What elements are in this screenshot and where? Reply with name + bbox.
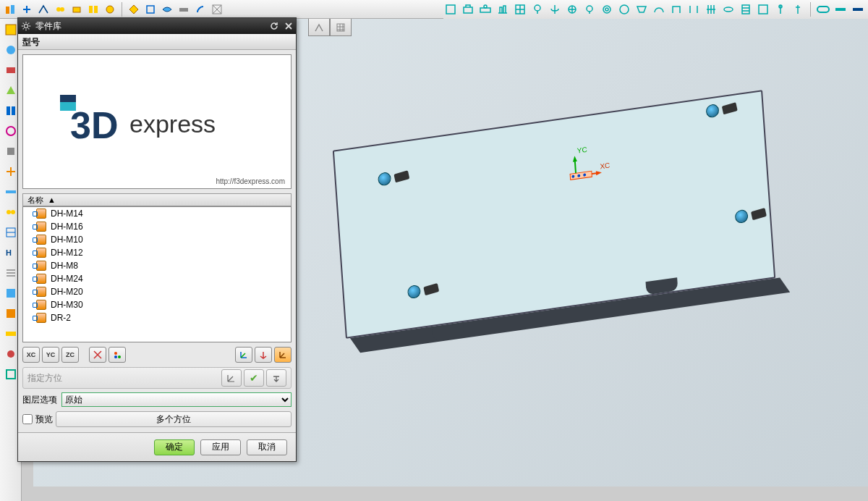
svg-marker-8 (129, 5, 138, 14)
ls-icon-9[interactable] (3, 184, 19, 200)
ls-icon-6[interactable] (3, 123, 19, 139)
axis-tool-2[interactable] (109, 347, 126, 363)
tool-icon-5[interactable] (69, 2, 84, 17)
ls-icon-10[interactable] (3, 204, 19, 220)
list-item[interactable]: DH-M20 (23, 285, 291, 298)
svg-rect-33 (12, 106, 15, 115)
feat-icon-6[interactable] (530, 2, 545, 17)
feat-icon-17[interactable] (721, 2, 736, 17)
orient-down-button[interactable] (266, 369, 286, 387)
tool-icon-3[interactable] (36, 2, 51, 17)
feat-icon-24[interactable] (851, 2, 865, 17)
ls-icon-17[interactable] (3, 346, 19, 362)
svg-rect-14 (480, 8, 490, 12)
svg-rect-4 (73, 7, 80, 12)
csys-tool-2[interactable] (255, 347, 272, 363)
feat-icon-13[interactable] (652, 2, 666, 17)
ls-icon-18[interactable] (3, 366, 19, 382)
ls-icon-4[interactable] (3, 83, 19, 98)
parts-list[interactable]: DH-M14DH-M16DH-M10DH-M12DH-M8DH-M24DH-M2… (22, 206, 292, 342)
tool-icon-4[interactable] (53, 2, 67, 17)
part-icon (36, 261, 46, 271)
feat-icon-4[interactable] (495, 2, 510, 17)
view-tab-1[interactable] (308, 19, 330, 36)
zc-button[interactable]: ZC (61, 347, 79, 363)
ls-icon-12[interactable]: H (3, 245, 19, 261)
svg-marker-48 (572, 156, 577, 162)
feat-icon-7[interactable] (548, 2, 562, 17)
ls-icon-11[interactable] (3, 224, 19, 240)
orient-accept-button[interactable]: ✔ (244, 369, 264, 387)
feat-icon-10[interactable] (600, 2, 614, 17)
section-model-header[interactable]: 型号 (18, 34, 296, 50)
feat-icon-16[interactable] (704, 2, 718, 17)
svg-rect-27 (835, 8, 846, 11)
list-item[interactable]: DH-M8 (23, 259, 291, 272)
tool-icon-7[interactable] (103, 2, 117, 17)
feat-icon-11[interactable] (617, 2, 631, 17)
ls-icon-8[interactable] (3, 164, 19, 180)
ls-icon-1[interactable] (3, 22, 19, 38)
feat-icon-2[interactable] (461, 2, 475, 17)
apply-button[interactable]: 应用 (200, 439, 241, 455)
feat-icon-15[interactable] (686, 2, 701, 17)
gear-icon[interactable] (20, 20, 33, 33)
xc-button[interactable]: XC (22, 347, 40, 363)
feat-icon-12[interactable] (634, 2, 649, 17)
dialog-close-icon[interactable] (281, 20, 296, 33)
cancel-button[interactable]: 取消 (247, 439, 287, 455)
tool-icon-13[interactable] (210, 2, 224, 17)
svg-text:H: H (6, 248, 12, 257)
view-tab-2[interactable] (330, 19, 352, 36)
dialog-reset-icon[interactable] (267, 20, 281, 33)
feat-icon-20[interactable] (773, 2, 788, 17)
tool-icon-11[interactable] (176, 2, 191, 17)
multi-orientation-button[interactable]: 多个方位 (56, 411, 292, 427)
svg-point-19 (587, 6, 592, 12)
yc-button[interactable]: YC (42, 347, 59, 363)
ls-icon-15[interactable] (3, 306, 19, 321)
axis-tool-1[interactable] (89, 347, 106, 363)
feat-icon-5[interactable] (513, 2, 527, 17)
preview-checkbox[interactable] (22, 414, 33, 424)
csys-tool-1[interactable] (235, 347, 252, 363)
list-item[interactable]: DH-M24 (23, 272, 291, 285)
tool-icon-6[interactable] (86, 2, 101, 17)
model-plate[interactable]: YC XC (333, 90, 775, 339)
tool-icon-8[interactable] (127, 2, 141, 17)
feat-icon-1[interactable] (443, 2, 458, 17)
feat-icon-21[interactable] (791, 2, 805, 17)
tool-icon-10[interactable] (160, 2, 174, 17)
ls-icon-16[interactable] (3, 326, 19, 342)
list-item[interactable]: DH-M12 (23, 246, 291, 259)
tool-icon-9[interactable] (143, 2, 158, 17)
ls-icon-7[interactable] (3, 143, 19, 159)
feat-icon-9[interactable] (582, 2, 597, 17)
list-item[interactable]: DR-2 (23, 311, 291, 324)
feat-icon-23[interactable] (833, 2, 848, 17)
ok-button[interactable]: 确定 (154, 439, 195, 455)
dialog-titlebar[interactable]: 零件库 (18, 18, 296, 34)
list-item[interactable]: DH-M14 (23, 207, 291, 220)
ls-icon-13[interactable] (3, 265, 19, 281)
ls-icon-5[interactable] (3, 103, 19, 119)
feat-icon-22[interactable] (816, 2, 830, 17)
ls-icon-3[interactable] (3, 62, 19, 78)
feat-icon-14[interactable] (669, 2, 684, 17)
ls-icon-14[interactable] (3, 285, 19, 301)
tool-icon-1[interactable] (3, 2, 17, 17)
list-header[interactable]: 名称 ▲ (22, 193, 292, 206)
feat-icon-18[interactable] (739, 2, 753, 17)
ls-icon-2[interactable] (3, 42, 19, 58)
list-item[interactable]: DH-M30 (23, 298, 291, 311)
tool-icon-12[interactable] (193, 2, 208, 17)
list-item[interactable]: DH-M16 (23, 220, 291, 233)
layer-select[interactable]: 原始 (61, 392, 292, 407)
feat-icon-19[interactable] (756, 2, 770, 17)
feat-icon-8[interactable] (565, 2, 579, 17)
tool-icon-2[interactable] (20, 2, 34, 17)
feat-icon-3[interactable] (478, 2, 493, 17)
csys-tool-3[interactable] (274, 347, 292, 363)
list-item[interactable]: DH-M10 (23, 233, 291, 246)
orient-csys-button[interactable] (221, 369, 242, 387)
